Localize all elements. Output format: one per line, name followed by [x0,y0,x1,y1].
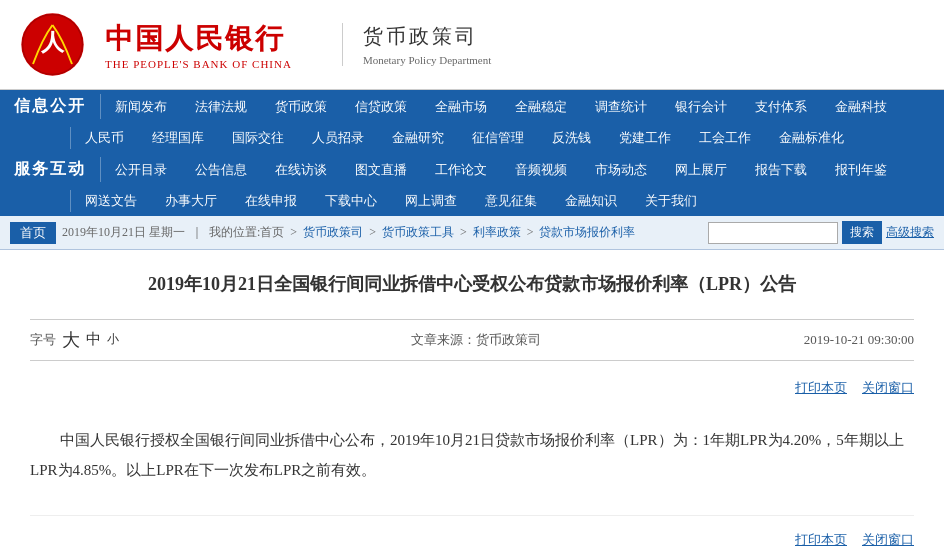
article-actions-bottom: 打印本页 关闭窗口 [30,515,914,549]
nav-item-online-report[interactable]: 在线申报 [231,186,311,216]
nav-section-info: 信息公开 [0,90,100,123]
dept-area: 货币政策司 Monetary Policy Department [342,23,491,66]
search-button[interactable]: 搜索 [842,221,882,244]
print-link-bottom[interactable]: 打印本页 [795,531,847,549]
nav-item-reports[interactable]: 报告下载 [741,153,821,186]
nav-item-market[interactable]: 市场动态 [581,153,661,186]
nav-item-papers[interactable]: 工作论文 [421,153,501,186]
logo-text: 中国人民银行 THE PEOPLE'S BANK OF CHINA [105,20,292,70]
nav-item-periodical[interactable]: 报刊年鉴 [821,153,901,186]
nav-row-4: 网送文告 办事大厅 在线申报 下载中心 网上调查 意见征集 金融知识 关于我们 [0,186,944,216]
nav-item-recruit[interactable]: 人员招录 [298,123,378,153]
bc-arrow4: > [527,225,534,240]
nav-row-3: 服务互动 公开目录 公告信息 在线访谈 图文直播 工作论文 音频视频 市场动态 … [0,153,944,186]
nav-item-about[interactable]: 关于我们 [631,186,711,216]
nav-item-union[interactable]: 工会工作 [685,123,765,153]
bc-monetary-tools[interactable]: 货币政策工具 [382,224,454,241]
nav-item-finmarket[interactable]: 全融市场 [421,90,501,123]
nav-items-row1: 新闻发布 法律法规 货币政策 信贷政策 全融市场 全融稳定 调查统计 银行会计 … [101,90,944,123]
bc-arrow1: > [290,225,297,240]
nav-item-feedback[interactable]: 意见征集 [471,186,551,216]
article-body: 中国人民银行授权全国银行间同业拆借中心公布，2019年10月21日贷款市场报价利… [30,415,914,495]
nav-item-credit-mgmt[interactable]: 征信管理 [458,123,538,153]
svg-text:人: 人 [40,29,65,55]
nav-item-payment[interactable]: 支付体系 [741,90,821,123]
font-label: 字号 [30,331,56,349]
pboc-emblem: 人 [20,12,85,77]
close-link-top[interactable]: 关闭窗口 [862,379,914,397]
bc-rate-policy[interactable]: 利率政策 [473,224,521,241]
nav-item-law[interactable]: 法律法规 [181,90,261,123]
nav-item-notice[interactable]: 公告信息 [181,153,261,186]
nav-items-row2: 人民币 经理国库 国际交往 人员招录 金融研究 征信管理 反洗钱 党建工作 工会… [71,123,944,153]
font-small-btn[interactable]: 小 [107,331,119,348]
article-date: 2019-10-21 09:30:00 [804,332,914,348]
nav-item-hall[interactable]: 办事大厅 [151,186,231,216]
bc-arrow2: > [369,225,376,240]
nav-item-treasury[interactable]: 经理国库 [138,123,218,153]
nav-section-empty2 [0,186,70,216]
nav-item-credit[interactable]: 信贷政策 [341,90,421,123]
nav-item-catalog[interactable]: 公开目录 [101,153,181,186]
nav-item-banking[interactable]: 银行会计 [661,90,741,123]
print-link-top[interactable]: 打印本页 [795,379,847,397]
nav-items-row4: 网送文告 办事大厅 在线申报 下载中心 网上调查 意见征集 金融知识 关于我们 [71,186,944,216]
breadcrumb-loc-label: 我的位置:首页 [209,224,284,241]
nav-item-download[interactable]: 下载中心 [311,186,391,216]
nav-item-finstandard[interactable]: 金融标准化 [765,123,858,153]
nav-item-audio[interactable]: 音频视频 [501,153,581,186]
nav-item-rmb[interactable]: 人民币 [71,123,138,153]
article-meta: 字号 大 中 小 文章来源：货币政策司 2019-10-21 09:30:00 [30,319,914,361]
dept-name-cn: 货币政策司 [363,23,491,50]
nav-section-empty1 [0,123,70,153]
font-large-btn[interactable]: 大 [62,328,80,352]
font-medium-btn[interactable]: 中 [86,330,101,349]
nav-item-fintech[interactable]: 金融科技 [821,90,901,123]
search-input[interactable] [708,222,838,244]
bc-arrow3: > [460,225,467,240]
content-area: 2019年10月21日全国银行间同业拆借中心受权公布贷款市场报价利率（LPR）公… [0,250,944,549]
nav-item-finstable[interactable]: 全融稳定 [501,90,581,123]
advanced-search-link[interactable]: 高级搜索 [886,224,934,241]
bc-lpr[interactable]: 贷款市场报价利率 [539,224,635,241]
nav-row-1: 信息公开 新闻发布 法律法规 货币政策 信贷政策 全融市场 全融稳定 调查统计 … [0,90,944,123]
article-source: 文章来源：货币政策司 [149,331,804,349]
nav-item-interview[interactable]: 在线访谈 [261,153,341,186]
dept-name-en: Monetary Policy Department [363,54,491,66]
breadcrumb-bar: 首页 2019年10月21日 星期一 ｜ 我的位置:首页 > 货币政策司 > 货… [0,216,944,250]
nav-item-survey[interactable]: 网上调查 [391,186,471,216]
nav-item-monetary[interactable]: 货币政策 [261,90,341,123]
nav-item-finedu[interactable]: 金融知识 [551,186,631,216]
search-area: 搜索 高级搜索 [708,221,934,244]
nav-item-livephoto[interactable]: 图文直播 [341,153,421,186]
nav-row-2: 人民币 经理国库 国际交往 人员招录 金融研究 征信管理 反洗钱 党建工作 工会… [0,123,944,153]
font-size-control: 字号 大 中 小 [30,328,119,352]
nav-item-finresearch[interactable]: 金融研究 [378,123,458,153]
bank-name-en: THE PEOPLE'S BANK OF CHINA [105,58,292,70]
nav-item-news[interactable]: 新闻发布 [101,90,181,123]
breadcrumb-date: 2019年10月21日 星期一 [62,224,185,241]
nav-item-intl[interactable]: 国际交往 [218,123,298,153]
logo-area: 人 中国人民银行 THE PEOPLE'S BANK OF CHINA 货币政策… [20,12,491,77]
nav-item-stats[interactable]: 调查统计 [581,90,661,123]
home-button[interactable]: 首页 [10,222,56,244]
main-nav: 信息公开 新闻发布 法律法规 货币政策 信贷政策 全融市场 全融稳定 调查统计 … [0,90,944,216]
close-link-bottom[interactable]: 关闭窗口 [862,531,914,549]
article-title: 2019年10月21日全国银行间同业拆借中心受权公布贷款市场报价利率（LPR）公… [30,270,914,299]
nav-item-send[interactable]: 网送文告 [71,186,151,216]
bc-monetary-dept[interactable]: 货币政策司 [303,224,363,241]
page-header: 人 中国人民银行 THE PEOPLE'S BANK OF CHINA 货币政策… [0,0,944,90]
nav-item-aml[interactable]: 反洗钱 [538,123,605,153]
nav-items-row3: 公开目录 公告信息 在线访谈 图文直播 工作论文 音频视频 市场动态 网上展厅 … [101,153,944,186]
bank-name-cn: 中国人民银行 [105,20,292,58]
nav-item-party[interactable]: 党建工作 [605,123,685,153]
nav-item-online-hall[interactable]: 网上展厅 [661,153,741,186]
nav-section-service: 服务互动 [0,153,100,186]
article-actions-top: 打印本页 关闭窗口 [30,371,914,405]
breadcrumb-pipe: ｜ [191,224,203,241]
